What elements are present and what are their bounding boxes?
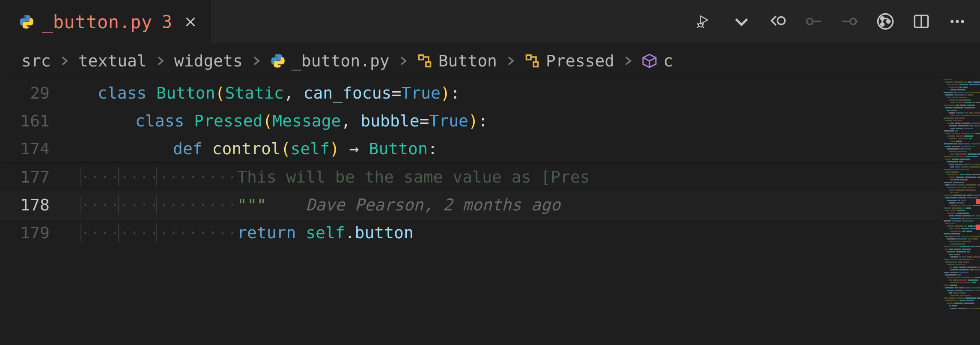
breadcrumb-symbol-class[interactable]: Pressed [524, 51, 614, 70]
python-file-icon [270, 53, 286, 69]
sticky-scroll[interactable]: 29 class Button(Static, can_focus=True):… [0, 79, 980, 162]
breadcrumb-symbol-class[interactable]: Button [417, 51, 497, 70]
breadcrumb[interactable]: src textual widgets _button.py Button Pr… [0, 43, 980, 79]
svg-point-6 [777, 17, 785, 25]
svg-point-14 [887, 20, 890, 23]
editor-action-bar [697, 0, 980, 43]
breadcrumb-folder[interactable]: src [21, 51, 51, 70]
code-line[interactable]: 177 ················This will be the sam… [0, 163, 980, 191]
svg-line-2 [697, 24, 699, 25]
code-content: ················return self.button [60, 223, 980, 242]
svg-point-13 [881, 23, 884, 26]
python-file-icon [19, 14, 34, 30]
nav-next-icon[interactable] [840, 12, 858, 30]
minimap[interactable] [944, 79, 980, 345]
git-blame-annotation: Dave Pearson, 2 months ago [306, 195, 560, 214]
svg-line-4 [697, 27, 699, 28]
breadcrumb-symbol-method[interactable]: c [642, 51, 673, 70]
sticky-line[interactable]: 29 class Button(Static, can_focus=True): [0, 79, 980, 107]
breadcrumb-folder[interactable]: textual [78, 51, 147, 70]
svg-line-5 [703, 27, 704, 28]
tab-strip: _button.py 3 [0, 0, 980, 43]
sticky-line[interactable]: 161 class Pressed(Message, bubble=True): [0, 107, 980, 135]
close-icon[interactable] [184, 15, 197, 28]
editor-body[interactable]: 177 ················This will be the sam… [0, 163, 980, 345]
run-debug-icon[interactable] [697, 12, 715, 30]
line-number: 161 [0, 111, 60, 130]
sticky-line[interactable]: 174 def control(self) → Button: [0, 135, 980, 162]
line-number: 29 [0, 84, 60, 102]
svg-point-18 [956, 20, 959, 23]
breadcrumb-file[interactable]: _button.py [270, 51, 390, 70]
svg-line-3 [703, 24, 704, 25]
chevron-right-icon [397, 55, 409, 67]
code-content: class Button(Static, can_focus=True): [60, 84, 980, 102]
method-symbol-icon [642, 53, 657, 69]
code-content: class Pressed(Message, bubble=True): [60, 111, 980, 130]
svg-rect-23 [533, 62, 538, 67]
nav-prev-icon[interactable] [804, 12, 822, 30]
line-number: 174 [0, 139, 60, 158]
split-editor-icon[interactable] [912, 12, 930, 30]
tab-filename: _button.py [42, 12, 152, 33]
class-symbol-icon [524, 53, 540, 69]
code-content: ················""" Dave Pearson, 2 mont… [60, 195, 980, 214]
code-content: def control(self) → Button: [60, 139, 980, 158]
svg-point-17 [950, 20, 953, 23]
breadcrumb-folder[interactable]: widgets [174, 51, 243, 70]
line-number: 177 [0, 168, 60, 186]
chevron-right-icon [250, 55, 262, 67]
line-number: 179 [0, 223, 60, 242]
svg-rect-22 [527, 55, 531, 60]
chevron-right-icon [155, 55, 167, 67]
code-content: ················This will be the same va… [60, 168, 980, 186]
svg-point-7 [807, 18, 813, 24]
svg-rect-21 [426, 62, 431, 67]
chevron-right-icon [505, 55, 517, 67]
more-actions-icon[interactable] [948, 12, 966, 30]
chevron-right-icon [622, 55, 634, 67]
svg-point-12 [881, 17, 884, 20]
source-control-icon[interactable] [876, 12, 894, 30]
editor-tab[interactable]: _button.py 3 [0, 0, 211, 43]
svg-point-19 [961, 20, 964, 23]
class-symbol-icon [417, 53, 432, 69]
chevron-down-icon[interactable] [733, 12, 751, 30]
code-line[interactable]: 179 ················return self.button [0, 219, 980, 246]
go-back-icon[interactable] [769, 12, 786, 30]
svg-rect-20 [419, 55, 423, 60]
chevron-right-icon [59, 55, 71, 67]
tab-problem-count: 3 [162, 12, 172, 32]
